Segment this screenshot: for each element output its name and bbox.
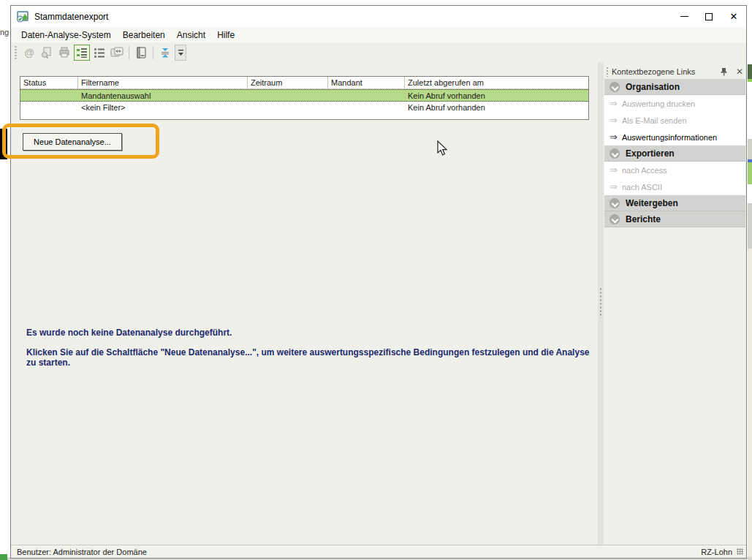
app-window: Stammdatenexport ✕ Daten-Analyse-System … xyxy=(10,5,747,559)
link-label: Als E-Mail senden xyxy=(622,116,687,125)
section-label: Berichte xyxy=(626,214,661,224)
app-icon xyxy=(16,11,29,23)
column-header-status[interactable]: Status xyxy=(20,77,78,88)
chevron-down-icon xyxy=(609,214,620,224)
resize-columns-icon[interactable] xyxy=(109,45,125,61)
toolbar: @ xyxy=(11,42,746,62)
column-header-mandant[interactable]: Mandant xyxy=(328,77,405,88)
section-label: Weitergeben xyxy=(626,198,678,208)
print-preview-icon[interactable] xyxy=(39,45,55,61)
section-label: Organisation xyxy=(626,82,680,92)
column-header-zeitraum[interactable]: Zeitraum xyxy=(248,77,328,88)
titlebar: Stammdatenexport ✕ xyxy=(11,6,746,27)
background-right-sliver xyxy=(748,0,752,560)
table-row[interactable]: Mandantenauswahl Kein Abruf vorhanden xyxy=(20,89,588,102)
details-view-icon[interactable] xyxy=(74,45,90,61)
filter-table-header: Status Filtername Zeitraum Mandant Zulet… xyxy=(20,77,588,89)
context-panel-list: Organisation ⇒ Auswertung drucken ⇒ Als … xyxy=(604,79,745,227)
table-row[interactable]: <kein Filter> Kein Abruf vorhanden xyxy=(20,102,588,113)
info-message-line2: Klicken Sie auf die Schaltfläche "Neue D… xyxy=(26,347,590,368)
link-nach-access: ⇒ nach Access xyxy=(604,162,745,178)
info-message-line1: Es wurde noch keine Datenanalyse durchge… xyxy=(26,328,590,338)
close-icon[interactable]: ✕ xyxy=(721,6,746,27)
section-label: Exportieren xyxy=(626,148,675,159)
minimize-icon[interactable] xyxy=(672,6,696,27)
pin-icon[interactable] xyxy=(720,67,733,76)
background-black-marker xyxy=(0,129,7,159)
panel-grip-icon[interactable] xyxy=(606,67,609,77)
cell-zuletzt-abgerufen: Kein Abruf vorhanden xyxy=(405,91,588,100)
list-view-icon[interactable] xyxy=(91,45,107,61)
statusbar: Benutzer: Administrator der Domäne RZ-Lo… xyxy=(11,545,746,558)
link-nach-ascii: ⇒ nach ASCII xyxy=(604,178,745,195)
toolbar-separator xyxy=(153,46,153,59)
window-title: Stammdatenexport xyxy=(34,12,108,22)
background-window-fragment: ng xyxy=(0,28,10,38)
context-panel-header: Kontextbezogene Links ✕ xyxy=(604,64,746,79)
chevron-down-icon xyxy=(609,82,620,92)
notebook-icon[interactable] xyxy=(133,45,149,61)
context-links-panel: Kontextbezogene Links ✕ Organisation ⇒ A… xyxy=(604,62,746,545)
link-arrow-icon: ⇒ xyxy=(609,181,618,192)
menu-daten-analyse-system[interactable]: Daten-Analyse-System xyxy=(15,29,117,42)
chevron-down-icon xyxy=(609,198,620,208)
panel-close-icon[interactable]: ✕ xyxy=(733,67,746,77)
link-arrow-icon: ⇒ xyxy=(609,98,618,109)
context-panel-title: Kontextbezogene Links xyxy=(612,67,720,76)
filter-table: Status Filtername Zeitraum Mandant Zulet… xyxy=(20,76,589,120)
section-berichte[interactable]: Berichte xyxy=(604,211,745,227)
maximize-icon[interactable] xyxy=(696,6,721,27)
cell-zuletzt-abgerufen: Kein Abruf vorhanden xyxy=(405,103,588,112)
cell-filtername: Mandantenauswahl xyxy=(78,91,248,100)
cell-filtername: <kein Filter> xyxy=(78,103,248,112)
resize-grip-icon[interactable] xyxy=(737,548,743,555)
collapse-rows-icon[interactable] xyxy=(157,45,173,61)
menubar: Daten-Analyse-System Bearbeiten Ansicht … xyxy=(11,27,746,42)
window-controls: ✕ xyxy=(672,6,746,27)
menu-hilfe[interactable]: Hilfe xyxy=(211,29,240,42)
email-icon[interactable]: @ xyxy=(21,45,37,61)
link-label: nach Access xyxy=(622,166,667,175)
section-organisation[interactable]: Organisation xyxy=(604,79,745,95)
info-message: Es wurde noch keine Datenanalyse durchge… xyxy=(26,328,590,368)
column-header-zuletzt-abgerufen[interactable]: Zuletzt abgerufen am xyxy=(405,77,588,88)
menu-bearbeiten[interactable]: Bearbeiten xyxy=(117,29,171,42)
link-label: Auswertung drucken xyxy=(622,99,695,108)
print-icon[interactable] xyxy=(56,45,72,61)
new-data-analysis-button[interactable]: Neue Datenanalyse... xyxy=(23,133,122,151)
background-bottom-green xyxy=(0,554,7,560)
toolbar-overflow-icon[interactable] xyxy=(175,45,186,61)
menu-ansicht[interactable]: Ansicht xyxy=(171,29,211,42)
splitter-grip-icon xyxy=(599,287,602,318)
statusbar-module: RZ-Lohn xyxy=(701,548,732,556)
toolbar-separator xyxy=(129,46,129,59)
link-arrow-icon: ⇒ xyxy=(609,132,618,143)
link-arrow-icon: ⇒ xyxy=(609,115,618,126)
link-arrow-icon: ⇒ xyxy=(609,164,618,175)
chevron-down-icon xyxy=(609,148,620,159)
link-label: nach ASCII xyxy=(622,183,662,192)
link-auswertung-drucken: ⇒ Auswertung drucken xyxy=(604,95,745,112)
column-header-filtername[interactable]: Filtername xyxy=(78,77,248,88)
section-exportieren[interactable]: Exportieren xyxy=(604,145,745,162)
link-auswertungsinformationen[interactable]: ⇒ Auswertungsinformationen xyxy=(604,129,745,145)
statusbar-user: Benutzer: Administrator der Domäne xyxy=(17,548,147,556)
link-als-email-senden: ⇒ Als E-Mail senden xyxy=(604,112,745,129)
link-label: Auswertungsinformationen xyxy=(622,133,717,142)
toolbar-grip[interactable] xyxy=(14,46,18,59)
panel-splitter[interactable] xyxy=(598,62,604,545)
section-weitergeben[interactable]: Weitergeben xyxy=(604,195,745,211)
